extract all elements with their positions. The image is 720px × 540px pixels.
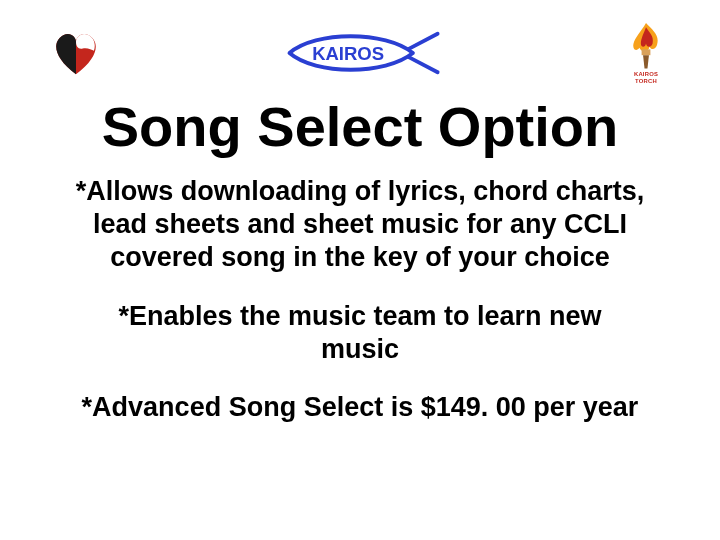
bullet-item: *Advanced Song Select is $149. 00 per ye…: [46, 391, 674, 424]
svg-rect-0: [642, 49, 651, 55]
logo-row: KAIROS KAIROS TORCH: [0, 0, 720, 92]
slide-title: Song Select Option: [40, 98, 680, 157]
torch-caption-top: KAIROS: [634, 71, 658, 77]
torch-icon: KAIROS TORCH: [620, 20, 672, 86]
heart-face-logo: [48, 21, 104, 85]
fish-icon: KAIROS: [277, 26, 447, 80]
kairos-torch-logo: KAIROS TORCH: [620, 21, 672, 85]
heart-icon: [48, 25, 104, 81]
bullet-list: *Allows downloading of lyrics, chord cha…: [0, 175, 720, 425]
kairos-fish-logo: KAIROS: [277, 21, 447, 85]
bullet-item: *Allows downloading of lyrics, chord cha…: [46, 175, 674, 274]
bullet-item: *Enables the music team to learn new mus…: [46, 300, 674, 366]
torch-caption-bottom: TORCH: [635, 78, 657, 84]
kairos-fish-text: KAIROS: [312, 43, 384, 64]
